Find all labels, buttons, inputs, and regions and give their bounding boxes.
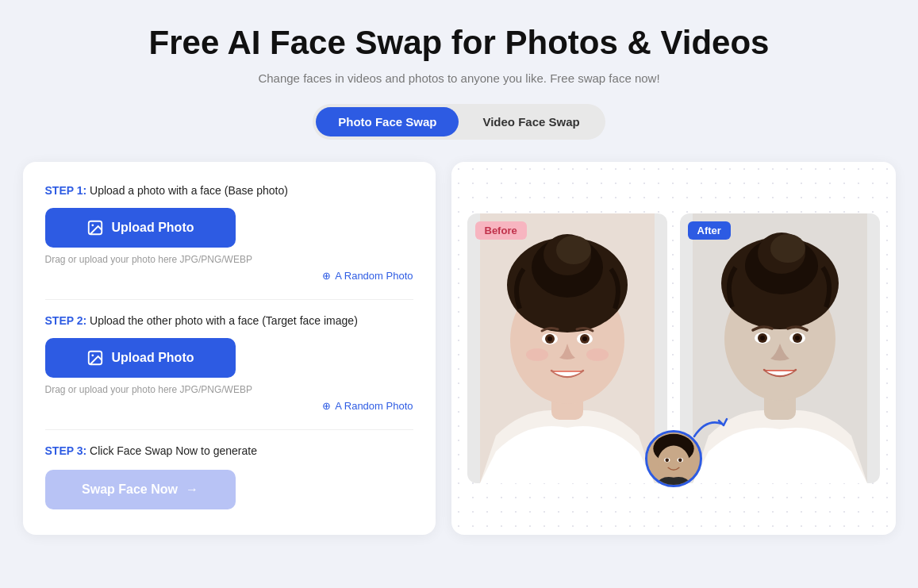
drag-hint-step1: Drag or upload your photo here JPG/PNG/W… <box>45 254 413 265</box>
step2-section: STEP 2: Upload the other photo with a fa… <box>45 314 413 415</box>
upload-photo-step1-button[interactable]: Upload Photo <box>45 208 236 248</box>
upload-photo-step2-button[interactable]: Upload Photo <box>45 338 236 378</box>
svg-point-11 <box>556 236 591 264</box>
left-panel: STEP 1: Upload a photo with a face (Base… <box>23 162 436 535</box>
step2-description: Upload the other photo with a face (Targ… <box>90 314 358 327</box>
before-image-wrap: Before <box>467 213 667 483</box>
step2-label: STEP 2: Upload the other photo with a fa… <box>45 314 413 327</box>
after-image-wrap: After <box>680 213 880 483</box>
svg-point-33 <box>770 234 805 263</box>
plus-circle-icon-step2: ⊕ <box>322 400 331 412</box>
random-photo-step1-label: A Random Photo <box>335 270 413 282</box>
divider-1 <box>45 299 413 300</box>
svg-point-1 <box>91 225 94 227</box>
plus-circle-icon-step1: ⊕ <box>322 270 331 282</box>
step3-label: STEP 3: Click Face Swap Now to generate <box>45 444 413 457</box>
page-subtitle: Change faces in videos and photos to any… <box>258 71 659 85</box>
preview-container: Before <box>467 178 880 519</box>
curved-arrow-icon <box>690 414 730 442</box>
drag-hint-step2: Drag or upload your photo here JPG/PNG/W… <box>45 384 413 395</box>
divider-2 <box>45 429 413 430</box>
svg-point-14 <box>547 336 552 341</box>
swap-face-now-button[interactable]: Swap Face Now → <box>45 470 236 509</box>
svg-point-39 <box>795 336 800 340</box>
svg-point-17 <box>582 336 587 341</box>
tab-bar: Photo Face Swap Video Face Swap <box>313 104 605 140</box>
step3-section: STEP 3: Click Face Swap Now to generate … <box>45 444 413 509</box>
step3-description: Click Face Swap Now to generate <box>90 444 257 457</box>
upload-icon-step1 <box>86 219 104 236</box>
tab-video-face-swap[interactable]: Video Face Swap <box>460 107 601 136</box>
tab-photo-face-swap[interactable]: Photo Face Swap <box>316 107 459 136</box>
svg-point-24 <box>665 459 669 463</box>
random-photo-step1-link[interactable]: ⊕ A Random Photo <box>322 270 413 282</box>
random-photo-step2-label: A Random Photo <box>335 400 413 412</box>
step1-label: STEP 1: Upload a photo with a face (Base… <box>45 184 413 197</box>
svg-point-19 <box>586 348 609 361</box>
upload-icon-step2 <box>86 349 104 367</box>
step1-number: STEP 1: <box>45 184 87 197</box>
swap-arrow-area <box>645 430 702 487</box>
before-face-svg <box>467 213 667 483</box>
step1-section: STEP 1: Upload a photo with a face (Base… <box>45 184 413 285</box>
svg-point-36 <box>760 336 765 340</box>
upload-btn-step1-label: Upload Photo <box>112 221 194 235</box>
svg-point-18 <box>526 348 548 361</box>
svg-point-22 <box>657 446 689 481</box>
right-panel: Before <box>451 162 896 535</box>
page-title: Free AI Face Swap for Photos & Videos <box>149 24 770 62</box>
before-badge: Before <box>475 221 527 240</box>
after-badge: After <box>688 221 731 240</box>
main-content: STEP 1: Upload a photo with a face (Base… <box>23 162 896 535</box>
svg-point-26 <box>678 459 682 463</box>
svg-point-3 <box>91 355 94 357</box>
step1-description: Upload a photo with a face (Base photo) <box>90 184 288 197</box>
step2-number: STEP 2: <box>45 314 87 327</box>
after-face-svg <box>680 213 880 483</box>
random-photo-step2-link[interactable]: ⊕ A Random Photo <box>322 400 413 412</box>
step3-number: STEP 3: <box>45 444 87 457</box>
swap-face-now-label: Swap Face Now <box>82 482 178 497</box>
arrow-icon: → <box>186 482 198 497</box>
upload-btn-step2-label: Upload Photo <box>112 351 194 365</box>
